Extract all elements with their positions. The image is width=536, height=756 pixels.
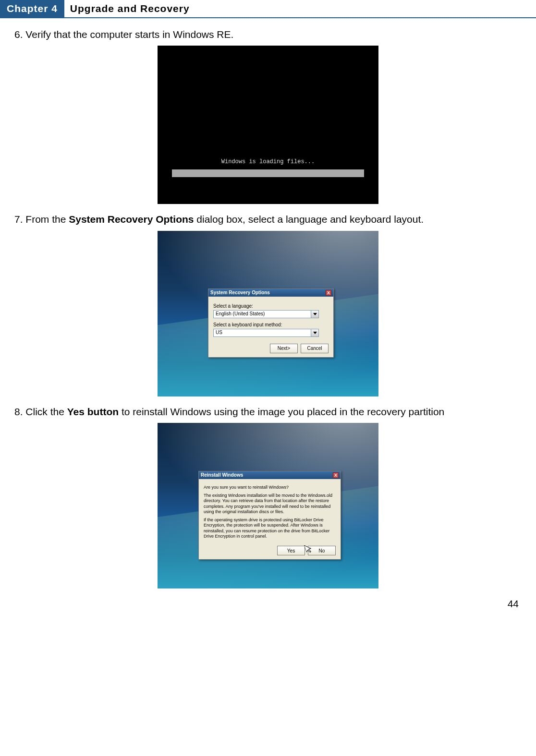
- step-7-bold: System Recovery Options: [69, 214, 194, 225]
- dialog-title: Reinstall Windows: [201, 472, 243, 478]
- step-8-suffix: to reinstall Windows using the image you…: [119, 406, 444, 417]
- confirm-question: Are you sure you want to reinstall Windo…: [204, 485, 336, 490]
- language-value: English (United States): [214, 311, 311, 318]
- chapter-badge: Chapter 4: [0, 0, 64, 17]
- boot-loading-text: Windows is loading files...: [158, 158, 378, 165]
- system-recovery-dialog: System Recovery Options X Select a langu…: [208, 288, 334, 358]
- page-header: Chapter 4 Upgrade and Recovery: [0, 0, 536, 18]
- page-number: 44: [14, 598, 522, 610]
- step-7: 7. From the System Recovery Options dial…: [14, 213, 522, 226]
- keyboard-select[interactable]: US: [213, 329, 319, 337]
- dialog-title: System Recovery Options: [210, 290, 270, 295]
- figure-boot-screen: Windows is loading files...: [158, 46, 378, 204]
- boot-progress-fill: [172, 169, 364, 177]
- figure-recovery-options: System Recovery Options X Select a langu…: [158, 231, 378, 396]
- confirm-text-1: The existing Windows installation will b…: [204, 493, 336, 515]
- dialog-titlebar[interactable]: Reinstall Windows X: [199, 471, 341, 479]
- chevron-down-icon[interactable]: [311, 311, 318, 318]
- step-8-bold: Yes button: [67, 406, 119, 417]
- language-label: Select a language:: [213, 303, 329, 309]
- step-8: 8. Click the Yes button to reinstall Win…: [14, 405, 522, 418]
- step-6: 6. Verify that the computer starts in Wi…: [14, 28, 522, 41]
- step-6-text: Verify that the computer starts in Windo…: [25, 29, 233, 40]
- step-8-prefix: 8. Click the: [14, 406, 67, 417]
- step-7-suffix: dialog box, select a language and keyboa…: [194, 214, 424, 225]
- dialog-titlebar[interactable]: System Recovery Options X: [208, 289, 333, 297]
- step-7-prefix: 7. From the: [14, 214, 69, 225]
- language-select[interactable]: English (United States): [213, 310, 319, 318]
- close-icon[interactable]: X: [326, 290, 331, 296]
- yes-button[interactable]: Yes: [277, 546, 305, 555]
- reinstall-dialog: Reinstall Windows X Are you sure you wan…: [198, 471, 341, 560]
- keyboard-value: US: [214, 329, 311, 336]
- next-button[interactable]: Next>: [270, 344, 298, 353]
- close-icon[interactable]: X: [333, 472, 339, 478]
- cancel-button[interactable]: Cancel: [301, 344, 329, 353]
- confirm-text-2: If the operating system drive is protect…: [204, 517, 336, 539]
- step-6-prefix: 6.: [14, 29, 25, 40]
- keyboard-label: Select a keyboard input method:: [213, 322, 329, 327]
- figure-reinstall-confirm: Reinstall Windows X Are you sure you wan…: [158, 423, 378, 588]
- chevron-down-icon[interactable]: [311, 329, 318, 336]
- chapter-title: Upgrade and Recovery: [64, 0, 195, 17]
